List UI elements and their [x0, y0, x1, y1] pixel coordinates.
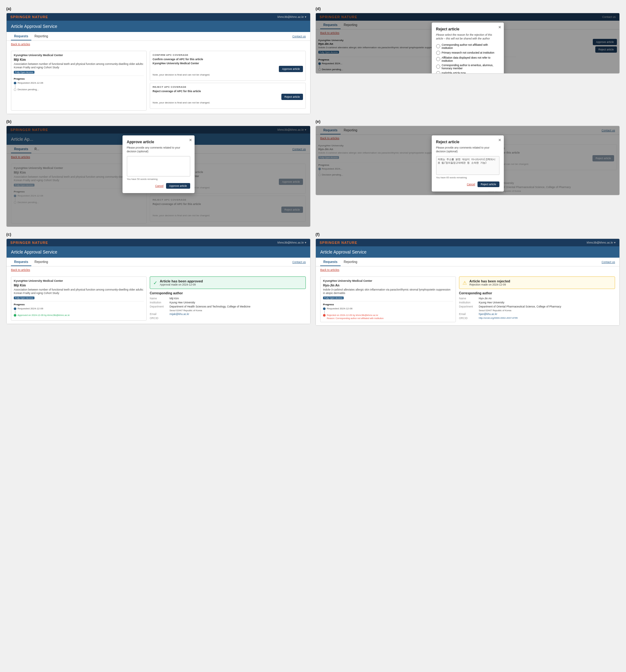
modal-close-e[interactable]: ✕ — [498, 138, 501, 142]
panel-label-b: (b) — [6, 119, 310, 124]
tab-reporting-a[interactable]: Reporting — [31, 32, 51, 41]
confirm-text-a: Confirm coverage of APC for this article — [153, 58, 303, 61]
panel-label-e: (e) — [316, 119, 620, 124]
modal-note-d: Please select the reason for the rejecti… — [436, 33, 499, 41]
reject-modal-btn-e[interactable]: Reject article — [477, 182, 499, 187]
reject-section-a: REJECT APC COVERAGE Reject coverage of A… — [150, 83, 306, 109]
radio-reason1-d[interactable] — [436, 44, 440, 48]
contact-link-f[interactable]: Contact us — [602, 261, 615, 264]
result-panel-c: ✓ Article has been approved Approval mad… — [150, 277, 306, 321]
nav-tabs-c: Requests Reporting Contact us — [6, 258, 310, 266]
dot-a — [14, 82, 16, 84]
modal-b: ✕ Approve article Please provide any com… — [123, 136, 195, 193]
radio-reason5-d[interactable] — [436, 71, 440, 74]
word-count-e: You have 65 words remaining — [436, 176, 499, 179]
top-bar-a: SPRINGER NATURE khmc3b@khmc.ac.kr ▾ — [6, 13, 310, 21]
corr-author-f: Corresponding author Name Hyo-Jin An Ins… — [459, 291, 615, 320]
app-title-c: Article Approval Service — [11, 249, 306, 255]
modal-subtitle-e: Please provide any comments related to y… — [436, 146, 499, 153]
modal-close-d[interactable]: ✕ — [498, 25, 501, 29]
modal-title-d: Reject article — [436, 27, 499, 31]
reason1-d: Corresponding author not affiliated with… — [436, 43, 499, 50]
tab-requests-f[interactable]: Requests — [320, 258, 341, 266]
article-card-f: KyungHee University Medical Center Hyo-J… — [320, 277, 456, 322]
contact-link-a[interactable]: Contact us — [292, 35, 306, 38]
reject-button-a[interactable]: Reject article — [281, 94, 303, 100]
author-a: Miji Kim — [14, 58, 144, 62]
word-count-b: You have 50 words remaining — [127, 178, 190, 181]
app-title-a: Article Approval Service — [11, 24, 306, 29]
tab-requests-c[interactable]: Requests — [11, 258, 31, 266]
approved-icon-c: ✓ — [153, 280, 157, 286]
cancel-btn-e[interactable]: Cancel — [467, 183, 475, 186]
progress-a: Progress Requested 2024-12-06 Decision p… — [14, 75, 144, 91]
reject-label-a: REJECT APC COVERAGE — [153, 86, 303, 88]
reason3-d: Affiliation data displayed does not refe… — [436, 56, 499, 63]
modal-title-e: Reject article — [436, 140, 499, 144]
action-panel-a: CONFIRM APC COVERAGE Confirm coverage of… — [150, 51, 306, 111]
springer-logo-a: SPRINGER NATURE — [10, 15, 48, 19]
back-link-f[interactable]: Back to articles — [316, 266, 620, 273]
reason4-d: Corresponding author is emeritus, alumnu… — [436, 64, 499, 70]
reject-text-a: Reject coverage of APC for this article — [153, 90, 303, 93]
panel-label-c: (c) — [6, 232, 310, 237]
rejection-reason-f: Reason: Corresponding author not affilia… — [327, 317, 453, 319]
radio-reason3-d[interactable] — [436, 57, 440, 61]
blue-header-f: Article Approval Service — [316, 246, 620, 258]
modal-title-b: Approve article — [127, 140, 190, 144]
status-date-f: Rejection made on 2024-12-09 — [469, 283, 510, 286]
tab-requests-a[interactable]: Requests — [11, 32, 31, 41]
back-link-c[interactable]: Back to articles — [6, 266, 310, 273]
radio-reason2-d[interactable] — [436, 51, 440, 55]
app-title-f: Article Approval Service — [320, 249, 615, 255]
approve-section-a: CONFIRM APC COVERAGE Confirm coverage of… — [150, 51, 306, 81]
modal-textarea-b[interactable] — [127, 156, 190, 176]
corr-author-c: Corresponding author Name Miji Kim Insti… — [150, 291, 306, 320]
springer-logo-f: SPRINGER NATURE — [320, 241, 357, 244]
progress-pending-a: Decision pending... — [14, 88, 144, 91]
panel-label-a: (a) — [6, 6, 310, 11]
article-card-c: KyungHee University Medical Center Miji … — [11, 277, 147, 321]
modal-subtitle-b: Please provide any comments related to y… — [127, 146, 190, 153]
panel-label-d: (d) — [316, 6, 620, 11]
title-a: Association between number of functional… — [14, 63, 144, 69]
screenshot-f: SPRINGER NATURE khmc3b@khmc.ac.kr ▾ Arti… — [316, 239, 620, 326]
reason5-d: Ineligible article type — [436, 71, 499, 74]
tab-reporting-f[interactable]: Reporting — [341, 258, 360, 266]
rejected-icon-f: ⚠ — [462, 280, 467, 286]
panel-label-f: (f) — [316, 232, 620, 237]
modal-overlay-e: ✕ Reject article Please provide any comm… — [316, 126, 620, 195]
tab-reporting-c[interactable]: Reporting — [31, 258, 51, 266]
modal-overlay-b: ✕ Approve article Please provide any com… — [6, 126, 310, 226]
back-link-a[interactable]: Back to articles — [6, 41, 310, 48]
progress-label-a: Progress — [14, 77, 144, 80]
blue-header-c: Article Approval Service — [6, 246, 310, 258]
status-banner-c: ✓ Article has been approved Approval mad… — [150, 277, 306, 289]
content-area-f: KyungHee University Medical Center Hyo-J… — [316, 273, 620, 325]
screenshot-c: SPRINGER NATURE khmc3b@khmc.ac.kr ▾ Arti… — [6, 239, 310, 324]
modal-close-b[interactable]: ✕ — [189, 138, 192, 142]
dot-pending-a — [14, 88, 16, 91]
reject-note-a: Note, your decision is final and can not… — [153, 100, 303, 104]
screenshot-e: Requests Reporting Contact us Back to ar… — [316, 126, 620, 195]
approve-button-a[interactable]: Approve article — [279, 66, 303, 72]
nav-tabs-a: Requests Reporting Contact us — [6, 32, 310, 41]
status-title-f: Article has been rejected — [469, 279, 510, 283]
user-email-c: khmc3b@khmc.ac.kr ▾ — [278, 241, 306, 244]
screenshot-d: SPRINGER NATURE Contact us Requests Repo… — [316, 13, 620, 74]
blue-header-a: Article Approval Service — [6, 21, 310, 32]
radio-reason4-d[interactable] — [436, 65, 440, 69]
screenshot-b: SPRINGER NATURE khmc3b@khmc.ac.kr ▾ Arti… — [6, 126, 310, 227]
top-bar-c: SPRINGER NATURE khmc3b@khmc.ac.kr ▾ — [6, 239, 310, 246]
contact-link-c[interactable]: Contact us — [292, 261, 306, 264]
cancel-btn-b[interactable]: Cancel — [155, 184, 163, 187]
confirm-label-a: CONFIRM APC COVERAGE — [153, 54, 303, 56]
top-bar-f: SPRINGER NATURE khmc3b@khmc.ac.kr ▾ — [316, 239, 620, 246]
article-card-a: KyungHee University Medical Center Miji … — [11, 51, 147, 111]
approve-modal-btn-b[interactable]: Approve article — [166, 183, 190, 189]
modal-e: ✕ Reject article Please provide any comm… — [432, 136, 504, 192]
modal-actions-e: Cancel Reject article — [436, 182, 499, 187]
status-title-c: Article has been approved — [160, 279, 203, 283]
modal-textarea-e[interactable]: 저희는 주소를 밝힌 대상이 아니라서다(견학되시로 됩/장의질장고대에판 등 … — [436, 156, 499, 175]
user-email-f: khmc3b@khmc.ac.kr ▾ — [587, 241, 616, 244]
